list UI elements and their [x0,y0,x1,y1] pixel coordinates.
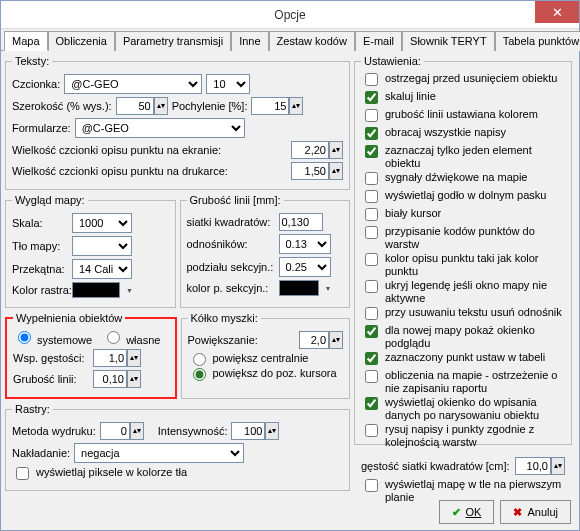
czcionka-select[interactable]: @C-GEO [64,74,202,94]
przekatna-select[interactable]: 14 Cali [72,259,132,279]
tab-e-mail[interactable]: E-mail [355,31,402,51]
group-grubosc: Grubość linii [mm]: siatki kwadratów: od… [180,194,351,308]
szerokosc-label: Szerokość (% wys.): [12,100,112,112]
legend-kolko: Kółko myszki: [188,312,261,324]
spin-icon[interactable]: ▴▾ [329,141,343,159]
ust-label-11: przy usuwaniu tekstu usuń odnośnik [385,306,562,319]
ust-checkbox-1[interactable] [365,91,378,104]
legend-ustawienia: Ustawienia: [361,55,424,67]
legend-wypelnienia: Wypełnienia obiektów [13,312,125,324]
pochylenie-input[interactable] [251,97,289,115]
ust-checkbox-10[interactable] [365,280,378,293]
czcionka-size-select[interactable]: 10 [206,74,250,94]
wcod-label: Wielkość czcionki opisu punktu na drukar… [12,165,228,177]
przekatna-label: Przekątna: [12,263,68,275]
gestosc-label: gęstość siatki kwadratów [cm]: [361,460,510,472]
radio-systemowe[interactable]: systemowe [13,328,92,346]
spin-icon[interactable]: ▴▾ [551,457,565,475]
intensywnosc-input[interactable] [231,422,265,440]
ust-checkbox-4[interactable] [365,145,378,158]
ust-checkbox-16[interactable] [365,424,378,437]
ust-checkbox-9[interactable] [365,253,378,266]
odnosnikow-select[interactable]: 0.13 [279,234,331,254]
chevron-down-icon[interactable]: ▼ [323,285,332,292]
ust-checkbox-14[interactable] [365,370,378,383]
chevron-down-icon[interactable]: ▼ [124,287,133,294]
ust-label-3: obracaj wszystkie napisy [385,126,506,139]
ust-label-4: zaznaczaj tylko jeden element obiektu [385,144,565,170]
ust-checkbox-2[interactable] [365,109,378,122]
tab-tabela-punktów[interactable]: Tabela punktów [495,31,580,51]
metoda-input[interactable] [100,422,130,440]
ust-label-16: rysuj napisy i punkty zgodnie z kolejnoś… [385,423,565,449]
ust-label-7: biały kursor [385,207,441,220]
spin-icon[interactable]: ▴▾ [127,370,141,388]
ust-label-0: ostrzegaj przed usunięciem obiektu [385,72,557,85]
kolor-sekcyjn-swatch[interactable] [279,280,319,296]
szerokosc-input[interactable] [116,97,154,115]
siatki-input[interactable] [279,213,323,231]
powiekszanie-label: Powiększanie: [188,334,258,346]
tab-parametry-transmisji[interactable]: Parametry transmisji [115,31,231,51]
skala-select[interactable]: 1000 [72,213,132,233]
gestosc-input[interactable] [515,457,551,475]
ust-checkbox-11[interactable] [365,307,378,320]
group-rastry: Rastry: Metoda wydruku: ▴▾ Intensywność:… [5,403,350,491]
ust-checkbox-5[interactable] [365,172,378,185]
ust-checkbox-3[interactable] [365,127,378,140]
titlebar: Opcje ✕ [1,1,579,29]
powiekszanie-input[interactable] [299,331,329,349]
cancel-button[interactable]: ✖Anuluj [500,500,571,524]
kolor-rastra-swatch[interactable] [72,282,120,298]
radio-centralnie[interactable] [193,353,206,366]
wcod-input[interactable] [291,162,329,180]
close-icon[interactable]: ✕ [535,1,579,23]
spin-icon[interactable]: ▴▾ [329,162,343,180]
mapa-tlo-checkbox[interactable] [365,479,378,492]
ust-checkbox-7[interactable] [365,208,378,221]
piksele-checkbox[interactable] [16,467,29,480]
spin-icon[interactable]: ▴▾ [127,349,141,367]
spin-icon[interactable]: ▴▾ [265,422,279,440]
intensywnosc-label: Intensywność: [158,425,228,437]
tab-inne[interactable]: Inne [231,31,268,51]
ust-checkbox-13[interactable] [365,352,378,365]
podzialu-select[interactable]: 0.25 [279,257,331,277]
spin-icon[interactable]: ▴▾ [154,97,168,115]
wsp-gestosci-input[interactable] [93,349,127,367]
radio-kursora[interactable] [193,368,206,381]
legend-rastry: Rastry: [12,403,53,415]
tlo-label: Tło mapy: [12,240,68,252]
metoda-label: Metoda wydruku: [12,425,96,437]
ust-label-10: ukryj legendę jeśli okno mapy nie aktywn… [385,279,565,305]
nakladanie-select[interactable]: negacja [74,443,244,463]
ust-label-1: skaluj linie [385,90,436,103]
spin-icon[interactable]: ▴▾ [289,97,303,115]
ust-label-6: wyświetlaj godło w dolnym pasku [385,189,546,202]
nakladanie-label: Nakładanie: [12,447,70,459]
spin-icon[interactable]: ▴▾ [329,331,343,349]
ust-checkbox-8[interactable] [365,226,378,239]
tab-słownik-teryt[interactable]: Słownik TERYT [402,31,495,51]
ust-label-15: wyświetlaj okienko do wpisania danych po… [385,396,565,422]
radio-wlasne[interactable]: własne [102,328,160,346]
ust-checkbox-0[interactable] [365,73,378,86]
ust-checkbox-12[interactable] [365,325,378,338]
ust-checkbox-6[interactable] [365,190,378,203]
tab-zestaw-kodów[interactable]: Zestaw kodów [269,31,355,51]
podzialu-label: podziału sekcyjn.: [187,261,275,273]
wcoe-input[interactable] [291,141,329,159]
ust-checkbox-15[interactable] [365,397,378,410]
tab-mapa[interactable]: Mapa [4,31,48,51]
tlo-select[interactable] [72,236,132,256]
ust-label-12: dla nowej mapy pokaż okienko podglądu [385,324,565,350]
group-wypelnienia: Wypełnienia obiektów systemowe własne Ws… [5,312,177,399]
ok-button[interactable]: ✔OK [439,500,495,524]
tab-obliczenia[interactable]: Obliczenia [48,31,115,51]
group-kolko: Kółko myszki: Powiększanie: ▴▾ powiększ … [181,312,351,399]
formularze-select[interactable]: @C-GEO [75,118,245,138]
check-icon: ✔ [452,506,461,519]
legend-teksty: Teksty: [12,55,52,67]
spin-icon[interactable]: ▴▾ [130,422,144,440]
wyp-grubosc-input[interactable] [93,370,127,388]
